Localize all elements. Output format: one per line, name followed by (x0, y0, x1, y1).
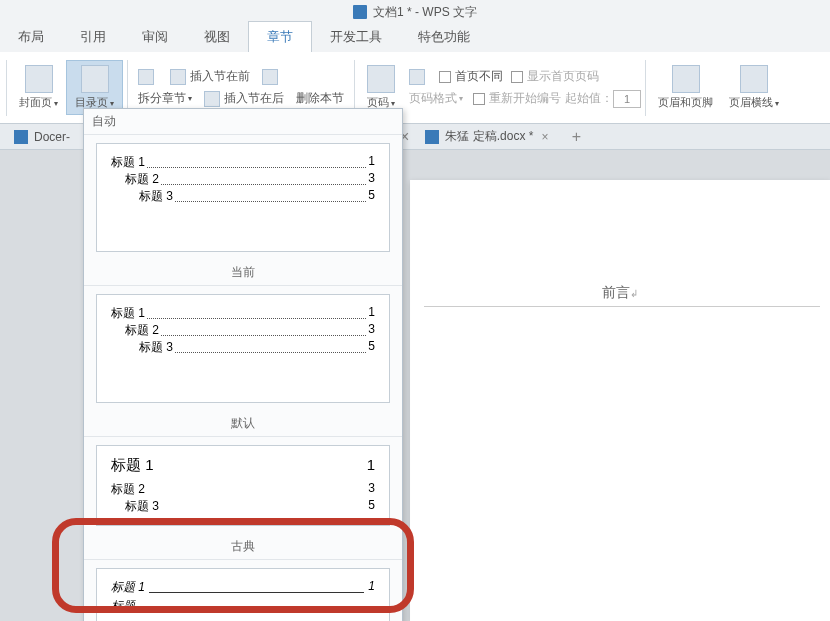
toc-preview-current[interactable]: 标题 11 标题 23 标题 35 (96, 294, 390, 403)
header-line-icon (740, 65, 768, 93)
doc-icon (425, 130, 439, 144)
delete-section-button[interactable]: 删除本节 (290, 88, 350, 109)
page-number-button[interactable]: 页码▾ (359, 61, 403, 114)
split-chapter-button[interactable]: 拆分章节▾ (132, 88, 198, 109)
cover-page-button[interactable]: 封面页▾ (11, 61, 66, 114)
toc-page-button[interactable]: 目录页▾ (66, 60, 123, 115)
new-tab-button[interactable]: + (568, 128, 584, 146)
insert-before-button[interactable]: 插入节在前 (164, 66, 256, 87)
header-footer-button[interactable]: 页眉和页脚 (650, 61, 721, 114)
dd-section-default: 默认 (84, 411, 402, 437)
checkbox-icon (473, 93, 485, 105)
split-icon (138, 69, 154, 85)
tab-view[interactable]: 视图 (186, 22, 248, 52)
toc-preview-default[interactable]: 标题 11 标题 23 标题 35 (96, 445, 390, 526)
checkbox-icon (511, 71, 523, 83)
restart-number-check: 重新开始编号 (469, 88, 565, 109)
page-heading: 前言 (410, 284, 830, 302)
split-section-button[interactable] (132, 67, 164, 87)
number-format-label: 页码格式▾ (403, 88, 469, 109)
insert-after-button[interactable]: 插入节在后 (198, 88, 290, 109)
start-at-label: 起始值： (565, 90, 613, 107)
page-number-icon (367, 65, 395, 93)
header-footer-icon (672, 65, 700, 93)
checkbox-icon (439, 71, 451, 83)
tab-review[interactable]: 审阅 (124, 22, 186, 52)
tab-features[interactable]: 特色功能 (400, 22, 488, 52)
insert-after-icon (204, 91, 220, 107)
toc-preview-classic[interactable]: 标题 11 标题 (96, 568, 390, 621)
document-page[interactable]: 前言 (410, 180, 830, 621)
tab-reference[interactable]: 引用 (62, 22, 124, 52)
page-rule (424, 306, 820, 307)
tab-chapter[interactable]: 章节 (248, 21, 312, 52)
doc-icon (14, 130, 28, 144)
toc-dropdown: 自动 标题 11 标题 23 标题 35 当前 标题 11 标题 23 标题 3… (83, 108, 403, 621)
toc-preview-auto[interactable]: 标题 11 标题 23 标题 35 (96, 143, 390, 252)
number-format-button (403, 67, 435, 87)
dd-section-classic: 古典 (84, 534, 402, 560)
title-bar: 文档1 * - WPS 文字 (0, 0, 830, 24)
dd-section-current: 当前 (84, 260, 402, 286)
window-title: 文档1 * - WPS 文字 (373, 4, 477, 21)
doc-tab-docer[interactable]: Docer- (4, 127, 80, 147)
toc-page-icon (81, 65, 109, 93)
header-line-button[interactable]: 页眉横线▾ (721, 61, 787, 114)
dd-section-auto: 自动 (84, 109, 402, 135)
delete-icon (262, 69, 278, 85)
cover-page-icon (25, 65, 53, 93)
tab-layout[interactable]: 布局 (0, 22, 62, 52)
doc-tab-zhumeng[interactable]: 朱猛 定稿.docx * × (415, 125, 558, 148)
menu-tabs: 布局 引用 审阅 视图 章节 开发工具 特色功能 (0, 24, 830, 52)
num-format-icon (409, 69, 425, 85)
first-page-diff-check[interactable]: 首页不同 (435, 66, 507, 87)
insert-before-icon (170, 69, 186, 85)
show-first-page-check: 显示首页页码 (507, 66, 603, 87)
close-icon[interactable]: × (541, 130, 548, 144)
tab-dev[interactable]: 开发工具 (312, 22, 400, 52)
delete-section-button-top[interactable] (256, 67, 288, 87)
app-icon (353, 5, 367, 19)
start-at-input[interactable] (613, 90, 641, 108)
